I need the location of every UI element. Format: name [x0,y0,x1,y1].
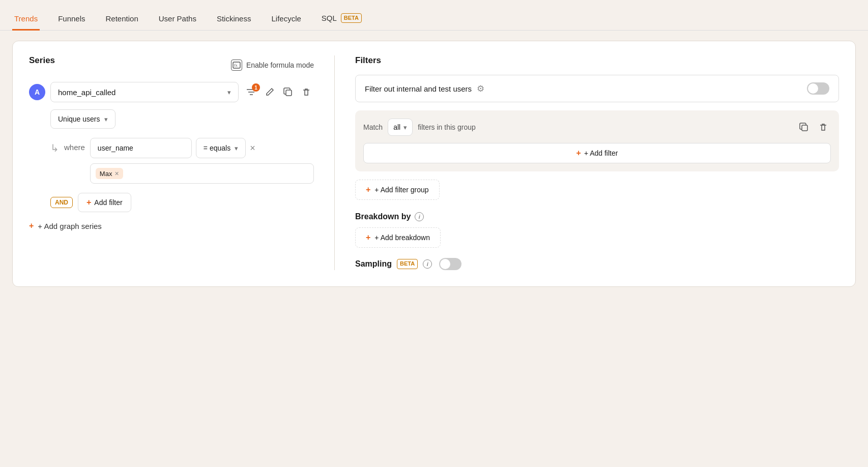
series-header: Series fx Enable formula mode [29,55,314,75]
nav-item-trends[interactable]: Trends [12,14,40,31]
nav-item-user-paths[interactable]: User Paths [157,14,198,31]
breakdown-title: Breakdown by i [355,212,839,221]
where-label: where [64,143,85,152]
add-filter-button[interactable]: + Add filter [78,193,131,212]
filter-property-select[interactable]: user_name [90,138,192,158]
sampling-beta-badge: BETA [397,259,418,269]
match-actions [796,120,831,135]
add-series-label: + Add graph series [38,222,102,230]
svg-rect-5 [286,90,292,96]
match-chevron: ▾ [403,124,407,131]
filter-value-area[interactable]: Max × [90,163,314,184]
internal-filter-row: Filter out internal and test users ⚙ [355,75,839,102]
and-badge: AND [50,197,73,208]
add-filter-in-group-plus: + [576,149,581,158]
series-actions: 1 [244,84,314,100]
where-filter-row: user_name = equals ▾ × [90,138,314,158]
add-breakdown-plus: + [366,233,370,242]
sampling-row: Sampling BETA i [355,258,839,270]
internal-filter-gear-icon[interactable]: ⚙ [477,83,484,94]
add-filter-row: AND + Add filter [50,193,314,212]
sql-beta-badge: BETA [341,13,362,23]
add-filter-group-button[interactable]: + + Add filter group [355,180,440,200]
sampling-info-icon[interactable]: i [423,259,432,269]
aggregation-row: Unique users ▾ [50,109,314,129]
filter-tag-remove[interactable]: × [114,169,119,178]
delete-button[interactable] [299,84,314,100]
where-filters: user_name = equals ▾ × Max [90,138,314,184]
remove-where-filter[interactable]: × [250,143,255,154]
add-series-button[interactable]: + + Add graph series [29,221,314,230]
add-filter-plus-icon: + [86,198,91,207]
formula-icon: fx [231,60,242,71]
add-filter-in-group-button[interactable]: + + Add filter [363,143,831,163]
match-row: Match all ▾ filters in this group [363,119,831,136]
left-panel: Series fx Enable formula mode A [29,55,314,270]
right-panel: Filters Filter out internal and test use… [355,55,839,270]
aggregation-chevron: ▾ [104,115,108,123]
where-section: ↳ where user_name = equals ▾ [50,138,314,184]
filter-count-badge: 1 [252,83,260,92]
add-filter-group-plus: + [366,185,370,194]
main-card: Series fx Enable formula mode A [12,41,856,287]
event-select[interactable]: home_api_called ▾ [50,82,239,102]
sampling-toggle[interactable] [439,258,461,270]
indent-icon: ↳ [50,142,59,154]
nav-bar: Trends Funnels Retention User Paths Stic… [0,0,868,31]
enable-formula-label: Enable formula mode [246,61,314,69]
edit-button[interactable] [262,84,277,100]
svg-text:fx: fx [234,63,238,68]
series-title: Series [29,55,55,66]
breakdown-section: Breakdown by i + + Add breakdown [355,212,839,248]
breakdown-info-icon[interactable]: i [415,212,424,221]
add-breakdown-button[interactable]: + + Add breakdown [355,227,441,248]
operator-chevron: ▾ [235,144,238,152]
card-inner: Series fx Enable formula mode A [29,55,839,270]
event-select-chevron: ▾ [227,89,231,96]
nav-item-funnels[interactable]: Funnels [56,14,87,31]
enable-formula-button[interactable]: fx Enable formula mode [231,60,314,71]
internal-filter-label: Filter out internal and test users ⚙ [365,83,484,94]
aggregation-select[interactable]: Unique users ▾ [50,109,115,129]
filters-title: Filters [355,55,839,66]
add-filter-label: Add filter [94,198,122,207]
add-series-plus-icon: + [29,221,34,230]
series-row-a: A home_api_called ▾ 1 [29,82,314,102]
nav-item-retention[interactable]: Retention [104,14,140,31]
filter-button[interactable]: 1 [244,84,259,100]
add-filter-group-label: + Add filter group [374,186,428,194]
add-breakdown-label: + Add breakdown [374,234,430,242]
filter-tag-max: Max × [96,168,123,179]
match-after-label: filters in this group [418,123,791,131]
nav-item-stickiness[interactable]: Stickiness [215,14,253,31]
panel-divider [334,55,335,270]
main-content: Series fx Enable formula mode A [0,31,868,297]
svg-rect-6 [802,125,807,131]
match-copy-button[interactable] [796,120,812,135]
sampling-label: Sampling [355,259,392,269]
match-delete-button[interactable] [816,120,831,135]
filter-group: Match all ▾ filters in this group [355,110,839,171]
filter-operator-select[interactable]: = equals ▾ [196,138,246,158]
nav-item-sql[interactable]: SQL BETA [320,13,364,31]
series-badge-a: A [29,84,45,100]
match-label: Match [363,123,383,131]
copy-button[interactable] [280,84,296,100]
nav-item-lifecycle[interactable]: Lifecycle [269,14,303,31]
internal-filter-toggle[interactable] [807,82,829,95]
add-filter-in-group-label: + Add filter [584,149,618,157]
match-select[interactable]: all ▾ [388,119,413,136]
